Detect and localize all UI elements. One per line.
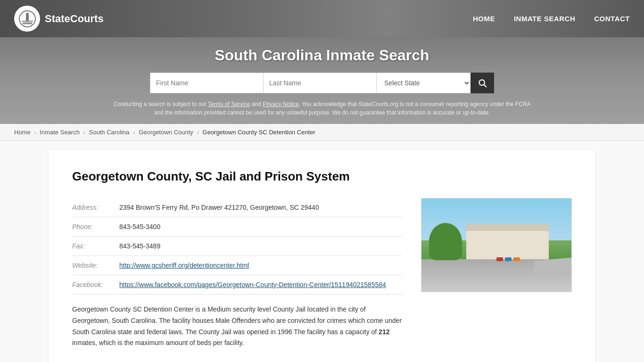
facility-image [421, 198, 572, 292]
search-bar: Select State [0, 73, 644, 93]
breadcrumb-inmate-search[interactable]: Inmate Search [40, 129, 80, 136]
svg-rect-3 [26, 15, 29, 21]
svg-line-9 [484, 85, 487, 87]
description-part2: inmates, which is the maximum amount of … [72, 339, 244, 346]
svg-rect-7 [30, 21, 31, 25]
nav-home[interactable]: HOME [473, 15, 495, 23]
svg-point-4 [26, 13, 29, 16]
main-nav: HOME INMATE SEARCH CONTACT [473, 15, 630, 23]
privacy-link[interactable]: Privacy Notice [263, 101, 299, 107]
breadcrumb-sep-1: › [34, 130, 36, 135]
hero-section: South Carolina Inmate Search Select Stat… [0, 37, 644, 124]
fax-value: 843-545-3489 [119, 237, 402, 256]
breadcrumb-sep-4: › [197, 130, 199, 135]
capacity-number: 212 [379, 328, 389, 336]
svg-rect-5 [24, 21, 25, 25]
first-name-input[interactable] [150, 73, 263, 93]
state-select[interactable]: Select State [376, 73, 471, 93]
phone-value: 843-545-3400 [119, 217, 402, 237]
hero-title: South Carolina Inmate Search [0, 47, 644, 64]
nav-inmate-search[interactable]: INMATE SEARCH [514, 15, 575, 23]
fax-row: Fax: 843-545-3489 [72, 237, 402, 256]
terms-link[interactable]: Terms of Service [208, 101, 250, 107]
content-body: Address: 2394 Brown'S Ferry Rd, Po Drawe… [72, 198, 572, 349]
website-row: Website: http://www.gcsheriff.org/detent… [72, 256, 402, 275]
main-wrapper: Georgetown County, SC Jail and Prison Sy… [0, 141, 644, 362]
breadcrumb-home[interactable]: Home [14, 129, 31, 136]
facebook-label: Facebook: [72, 275, 119, 295]
breadcrumb-current: Georgetown County SC Detention Center [203, 129, 315, 136]
last-name-input[interactable] [263, 73, 376, 93]
svg-rect-6 [26, 21, 28, 25]
nav-contact[interactable]: CONTACT [594, 15, 630, 23]
fax-label: Fax: [72, 237, 119, 256]
disclaimer-text: Conducting a search is subject to our Te… [110, 100, 534, 117]
website-label: Website: [72, 256, 119, 275]
logo-icon [14, 6, 40, 32]
address-value: 2394 Brown'S Ferry Rd, Po Drawer 421270,… [119, 198, 402, 217]
content-card: Georgetown County, SC Jail and Prison Sy… [49, 150, 595, 362]
info-section: Address: 2394 Brown'S Ferry Rd, Po Drawe… [72, 198, 402, 349]
website-value: http://www.gcsheriff.org/detentioncenter… [119, 256, 402, 275]
breadcrumb-sep-3: › [133, 130, 135, 135]
breadcrumb-sep-2: › [83, 130, 85, 135]
address-label: Address: [72, 198, 119, 217]
description-part1: Georgetown County SC Detention Center is… [72, 305, 402, 336]
search-button[interactable] [471, 73, 494, 93]
address-row: Address: 2394 Brown'S Ferry Rd, Po Drawe… [72, 198, 402, 217]
page-heading: Georgetown County, SC Jail and Prison Sy… [72, 169, 572, 184]
breadcrumb: Home › Inmate Search › South Carolina › … [0, 124, 644, 141]
facebook-row: Facebook: https://www.facebook.com/pages… [72, 275, 402, 295]
description-text: Georgetown County SC Detention Center is… [72, 304, 402, 349]
facebook-value: https://www.facebook.com/pages/Georgetow… [119, 275, 402, 295]
logo-text: StateCourts [45, 13, 104, 25]
header: StateCourts HOME INMATE SEARCH CONTACT [0, 0, 644, 37]
website-link[interactable]: http://www.gcsheriff.org/detentioncenter… [119, 262, 249, 269]
phone-label: Phone: [72, 217, 119, 237]
facility-info-table: Address: 2394 Brown'S Ferry Rd, Po Drawe… [72, 198, 402, 295]
search-icon [478, 78, 487, 88]
logo-area: StateCourts [14, 6, 104, 32]
facebook-link[interactable]: https://www.facebook.com/pages/Georgetow… [119, 281, 386, 288]
breadcrumb-georgetown-county[interactable]: Georgetown County [139, 129, 193, 136]
phone-row: Phone: 843-545-3400 [72, 217, 402, 237]
breadcrumb-south-carolina[interactable]: South Carolina [89, 129, 130, 136]
